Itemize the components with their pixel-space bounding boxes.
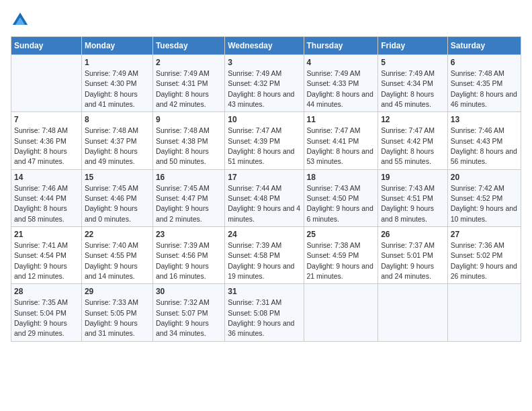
- daylight-text: Daylight: 9 hours and 36 minutes.: [228, 319, 294, 337]
- logo: [11, 11, 32, 30]
- daylight-text: Daylight: 9 hours and 8 minutes.: [381, 204, 434, 222]
- sunset-text: Sunset: 4:31 PM: [156, 79, 208, 87]
- sunrise-text: Sunrise: 7:35 AM: [14, 298, 68, 306]
- calendar-cell: 5 Sunrise: 7:49 AM Sunset: 4:34 PM Dayli…: [378, 55, 448, 112]
- sunset-text: Sunset: 4:55 PM: [85, 251, 137, 259]
- daylight-text: Daylight: 9 hours and 31 minutes.: [85, 319, 138, 337]
- calendar-cell: 3 Sunrise: 7:49 AM Sunset: 4:32 PM Dayli…: [225, 55, 304, 112]
- day-number: 14: [14, 172, 79, 183]
- daylight-text: Daylight: 8 hours and 50 minutes.: [156, 147, 209, 165]
- calendar-cell: 1 Sunrise: 7:49 AM Sunset: 4:30 PM Dayli…: [81, 55, 152, 112]
- sunrise-text: Sunrise: 7:49 AM: [85, 69, 138, 77]
- day-number: 13: [451, 114, 518, 126]
- calendar-cell: 12 Sunrise: 7:47 AM Sunset: 4:42 PM Dayl…: [378, 112, 448, 169]
- day-number: 11: [307, 114, 375, 126]
- calendar-cell: [447, 284, 521, 341]
- week-row-5: 28 Sunrise: 7:35 AM Sunset: 5:04 PM Dayl…: [11, 284, 521, 341]
- daylight-text: Daylight: 8 hours and 55 minutes.: [381, 147, 434, 165]
- sunrise-text: Sunrise: 7:49 AM: [156, 69, 210, 77]
- calendar-table: SundayMondayTuesdayWednesdayThursdayFrid…: [11, 36, 521, 342]
- day-header-tuesday: Tuesday: [152, 37, 224, 55]
- week-row-2: 7 Sunrise: 7:48 AM Sunset: 4:36 PM Dayli…: [11, 112, 521, 169]
- daylight-text: Daylight: 9 hours and 24 minutes.: [381, 262, 434, 280]
- sunrise-text: Sunrise: 7:48 AM: [451, 69, 504, 77]
- day-number: 25: [307, 229, 375, 240]
- sunrise-text: Sunrise: 7:45 AM: [85, 184, 138, 192]
- sunset-text: Sunset: 4:34 PM: [381, 79, 433, 87]
- sunset-text: Sunset: 4:42 PM: [381, 137, 433, 145]
- daylight-text: Daylight: 8 hours and 44 minutes.: [307, 90, 373, 108]
- calendar-cell: 6 Sunrise: 7:48 AM Sunset: 4:35 PM Dayli…: [447, 55, 521, 112]
- calendar-cell: 26 Sunrise: 7:37 AM Sunset: 5:01 PM Dayl…: [378, 227, 448, 284]
- daylight-text: Daylight: 8 hours and 53 minutes.: [307, 147, 373, 165]
- sunset-text: Sunset: 5:04 PM: [14, 309, 66, 317]
- day-header-friday: Friday: [378, 37, 448, 55]
- sunrise-text: Sunrise: 7:36 AM: [451, 241, 504, 249]
- daylight-text: Daylight: 8 hours and 49 minutes.: [85, 147, 138, 165]
- sunset-text: Sunset: 5:07 PM: [156, 309, 208, 317]
- sunset-text: Sunset: 4:47 PM: [156, 194, 208, 202]
- sunrise-text: Sunrise: 7:39 AM: [228, 241, 281, 249]
- daylight-text: Daylight: 8 hours and 46 minutes.: [451, 90, 517, 108]
- sunset-text: Sunset: 4:43 PM: [451, 137, 503, 145]
- day-number: 27: [451, 229, 518, 240]
- day-number: 9: [156, 114, 222, 126]
- sunrise-text: Sunrise: 7:46 AM: [451, 126, 504, 134]
- sunrise-text: Sunrise: 7:39 AM: [156, 241, 210, 249]
- daylight-text: Daylight: 8 hours and 58 minutes.: [14, 204, 67, 222]
- calendar-cell: 14 Sunrise: 7:46 AM Sunset: 4:44 PM Dayl…: [11, 169, 82, 226]
- sunrise-text: Sunrise: 7:49 AM: [381, 69, 435, 77]
- calendar-cell: 21 Sunrise: 7:41 AM Sunset: 4:54 PM Dayl…: [11, 227, 82, 284]
- header: [11, 11, 521, 30]
- logo-icon: [11, 11, 30, 30]
- daylight-text: Daylight: 9 hours and 26 minutes.: [451, 262, 517, 280]
- day-number: 6: [451, 57, 518, 68]
- sunrise-text: Sunrise: 7:43 AM: [381, 184, 435, 192]
- sunrise-text: Sunrise: 7:46 AM: [14, 184, 68, 192]
- day-number: 10: [228, 114, 300, 126]
- day-number: 7: [14, 114, 79, 126]
- sunset-text: Sunset: 5:05 PM: [85, 309, 137, 317]
- day-number: 4: [307, 57, 375, 68]
- sunset-text: Sunset: 4:36 PM: [14, 137, 66, 145]
- day-number: 28: [14, 286, 79, 298]
- week-row-1: 1 Sunrise: 7:49 AM Sunset: 4:30 PM Dayli…: [11, 55, 521, 112]
- day-number: 8: [85, 114, 150, 126]
- calendar-cell: 13 Sunrise: 7:46 AM Sunset: 4:43 PM Dayl…: [447, 112, 521, 169]
- day-number: 2: [156, 57, 222, 68]
- calendar-cell: 30 Sunrise: 7:32 AM Sunset: 5:07 PM Dayl…: [152, 284, 224, 341]
- daylight-text: Daylight: 9 hours and 19 minutes.: [228, 262, 294, 280]
- calendar-cell: 11 Sunrise: 7:47 AM Sunset: 4:41 PM Dayl…: [304, 112, 378, 169]
- sunrise-text: Sunrise: 7:48 AM: [14, 126, 68, 134]
- sunset-text: Sunset: 4:44 PM: [14, 194, 66, 202]
- daylight-text: Daylight: 9 hours and 2 minutes.: [156, 204, 209, 222]
- day-number: 3: [228, 57, 300, 68]
- sunset-text: Sunset: 4:38 PM: [156, 137, 208, 145]
- daylight-text: Daylight: 9 hours and 21 minutes.: [307, 262, 373, 280]
- sunrise-text: Sunrise: 7:38 AM: [307, 241, 361, 249]
- sunrise-text: Sunrise: 7:48 AM: [85, 126, 138, 134]
- calendar-cell: [304, 284, 378, 341]
- calendar-cell: 8 Sunrise: 7:48 AM Sunset: 4:37 PM Dayli…: [81, 112, 152, 169]
- day-header-wednesday: Wednesday: [225, 37, 304, 55]
- sunrise-text: Sunrise: 7:47 AM: [381, 126, 435, 134]
- calendar-cell: [11, 55, 82, 112]
- day-header-saturday: Saturday: [447, 37, 521, 55]
- sunset-text: Sunset: 5:02 PM: [451, 251, 503, 259]
- sunrise-text: Sunrise: 7:40 AM: [85, 241, 138, 249]
- sunset-text: Sunset: 5:01 PM: [381, 251, 433, 259]
- sunset-text: Sunset: 4:35 PM: [451, 79, 503, 87]
- calendar-cell: 27 Sunrise: 7:36 AM Sunset: 5:02 PM Dayl…: [447, 227, 521, 284]
- calendar-cell: 29 Sunrise: 7:33 AM Sunset: 5:05 PM Dayl…: [81, 284, 152, 341]
- day-number: 22: [85, 229, 150, 240]
- daylight-text: Daylight: 9 hours and 0 minutes.: [85, 204, 138, 222]
- day-number: 15: [85, 172, 150, 183]
- calendar-cell: 25 Sunrise: 7:38 AM Sunset: 4:59 PM Dayl…: [304, 227, 378, 284]
- sunset-text: Sunset: 4:50 PM: [307, 194, 359, 202]
- sunrise-text: Sunrise: 7:49 AM: [228, 69, 281, 77]
- daylight-text: Daylight: 8 hours and 56 minutes.: [451, 147, 517, 165]
- sunrise-text: Sunrise: 7:47 AM: [307, 126, 361, 134]
- day-number: 30: [156, 286, 222, 298]
- calendar-cell: 17 Sunrise: 7:44 AM Sunset: 4:48 PM Dayl…: [225, 169, 304, 226]
- sunrise-text: Sunrise: 7:42 AM: [451, 184, 504, 192]
